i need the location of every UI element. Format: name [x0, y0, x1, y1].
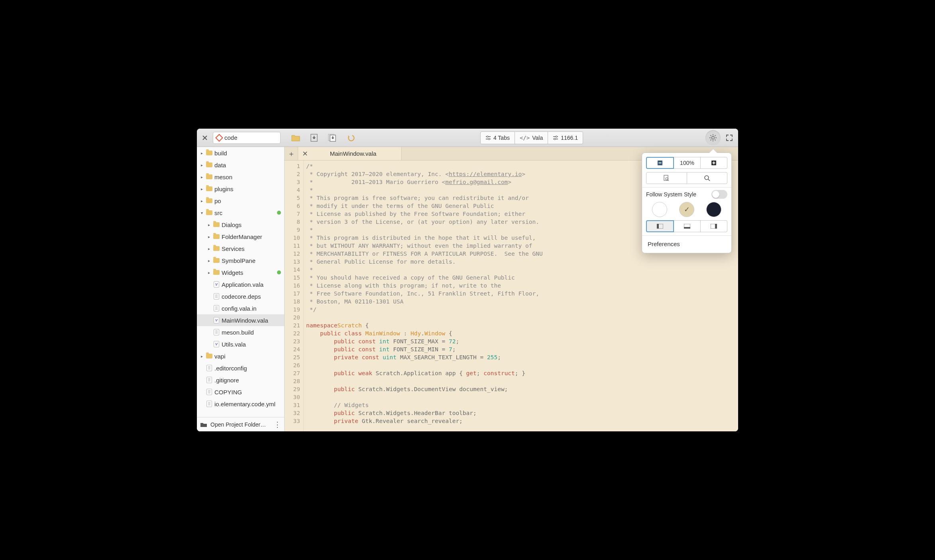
file-tree[interactable]: ▸.github▸build▸data▸meson▸plugins▸po▾src… — [197, 147, 284, 417]
find-page-icon — [663, 175, 670, 181]
search-button[interactable] — [687, 172, 728, 184]
tree-item[interactable]: ▾src — [197, 207, 284, 219]
tree-item-label: vapi — [214, 353, 226, 360]
tree-item[interactable]: ▸build — [197, 147, 284, 159]
zoom-controls: 100% — [646, 157, 727, 169]
save-all-button[interactable] — [325, 131, 340, 144]
layout-bottom-panel-button[interactable] — [674, 220, 701, 232]
tree-item-label: io.elementary.code.yml — [214, 401, 275, 407]
zoom-in-button[interactable] — [701, 157, 727, 169]
expand-arrow-icon[interactable]: ▸ — [199, 175, 204, 179]
text-file-icon — [206, 400, 213, 407]
tree-item[interactable]: VUtils.vala — [197, 338, 284, 350]
tab-title: MainWindow.vala — [311, 150, 395, 157]
zoom-out-button[interactable] — [646, 157, 674, 169]
project-title-field[interactable]: code — [213, 132, 281, 144]
tree-item-label: src — [214, 210, 222, 216]
window-close-button[interactable] — [200, 132, 210, 144]
tree-item[interactable]: codecore.deps — [197, 290, 284, 302]
language-indicator-button[interactable]: </> Vala — [515, 131, 548, 144]
folder-icon — [213, 233, 220, 240]
expand-arrow-icon[interactable]: ▸ — [206, 235, 211, 239]
tree-item-label: meson — [214, 174, 232, 180]
tree-item[interactable]: ▸Widgets — [197, 266, 284, 278]
headerbar: code 4 Tabs </> Vala — [197, 129, 738, 147]
tree-item[interactable]: COPYING — [197, 386, 284, 398]
folder-icon — [206, 209, 213, 216]
close-tab-button[interactable] — [303, 151, 307, 156]
new-tab-button[interactable]: ＋ — [285, 147, 298, 160]
expand-arrow-icon[interactable]: ▸ — [199, 163, 204, 167]
panel-right-icon — [711, 224, 717, 229]
follow-system-style-switch[interactable] — [711, 190, 727, 199]
tree-item[interactable]: config.vala.in — [197, 302, 284, 314]
open-folder-button[interactable] — [289, 131, 303, 144]
expand-arrow-icon[interactable]: ▸ — [199, 199, 204, 203]
theme-light-button[interactable] — [652, 202, 667, 217]
tree-item[interactable]: ▸vapi — [197, 350, 284, 362]
expand-arrow-icon[interactable]: ▸ — [199, 187, 204, 191]
preferences-menu-item[interactable]: Preferences — [646, 237, 727, 251]
fullscreen-button[interactable] — [724, 131, 735, 144]
revert-button[interactable] — [344, 131, 358, 144]
tree-item[interactable]: ▸data — [197, 159, 284, 171]
folder-icon — [213, 245, 220, 252]
layout-right-panel-button[interactable] — [701, 220, 727, 232]
follow-system-style-label: Follow System Style — [646, 191, 696, 198]
expand-arrow-icon[interactable]: ▸ — [206, 258, 211, 263]
expand-arrow-icon[interactable]: ▸ — [206, 270, 211, 275]
follow-system-style-row: Follow System Style — [646, 190, 727, 199]
position-indicator-button[interactable]: 1166.1 — [548, 131, 583, 144]
save-button[interactable] — [307, 131, 321, 144]
tree-item-label: MainWindow.vala — [222, 317, 268, 324]
tree-item-label: FolderManager — [222, 233, 262, 240]
tree-item[interactable]: VMainWindow.vala — [197, 314, 284, 326]
tree-item-label: COPYING — [214, 389, 242, 396]
open-project-folder-button[interactable]: Open Project Folder… — [210, 421, 271, 428]
sidebar-more-button[interactable]: ⋮ — [274, 420, 281, 429]
theme-dark-button[interactable] — [706, 202, 721, 217]
tree-item[interactable]: ▸po — [197, 195, 284, 207]
layout-left-panel-button[interactable] — [646, 220, 674, 232]
tree-item[interactable]: io.elementary.code.yml — [197, 398, 284, 410]
tabs-count-label: 4 Tabs — [493, 135, 510, 141]
tree-item[interactable]: ▸Dialogs — [197, 219, 284, 231]
search-controls — [646, 172, 727, 184]
folder-icon — [206, 185, 213, 192]
tabs-indicator-button[interactable]: 4 Tabs — [480, 131, 515, 144]
svg-point-6 — [554, 138, 556, 140]
expand-arrow-icon[interactable]: ▾ — [199, 211, 204, 215]
tree-item-label: Dialogs — [222, 221, 242, 228]
find-in-page-button[interactable] — [646, 172, 687, 184]
text-file-icon — [213, 305, 220, 312]
line-number-gutter: 1234567891011121314151617181920212223242… — [285, 161, 304, 431]
vala-file-icon: V — [213, 281, 220, 288]
settings-menu-button[interactable] — [705, 130, 721, 145]
expand-arrow-icon[interactable]: ▸ — [199, 354, 204, 358]
tree-item[interactable]: .gitignore — [197, 374, 284, 386]
document-tab[interactable]: MainWindow.vala — [298, 147, 402, 160]
tree-item-label: Application.vala — [222, 281, 263, 288]
tree-item[interactable]: VApplication.vala — [197, 278, 284, 290]
zoom-level-label[interactable]: 100% — [674, 157, 701, 169]
panel-layout-controls — [646, 220, 727, 232]
expand-arrow-icon[interactable]: ▸ — [199, 151, 204, 155]
tree-item-label: build — [214, 150, 227, 157]
tree-item[interactable]: meson.build — [197, 326, 284, 338]
search-icon — [704, 175, 710, 181]
tree-item[interactable]: .editorconfig — [197, 362, 284, 374]
tree-item[interactable]: ▸plugins — [197, 183, 284, 195]
tree-item[interactable]: ▸FolderManager — [197, 231, 284, 243]
svg-rect-17 — [657, 224, 659, 229]
theme-sepia-button[interactable]: ✓ — [679, 202, 694, 217]
vala-file-icon: V — [213, 317, 220, 324]
text-file-icon — [206, 376, 213, 384]
tree-item[interactable]: ▸Services — [197, 243, 284, 255]
expand-arrow-icon[interactable]: ▸ — [206, 223, 211, 227]
tree-item-label: codecore.deps — [222, 293, 261, 300]
expand-arrow-icon[interactable]: ▸ — [206, 247, 211, 251]
tree-item-label: Utils.vala — [222, 341, 246, 348]
tree-item[interactable]: ▸SymbolPane — [197, 255, 284, 266]
tree-item[interactable]: ▸meson — [197, 171, 284, 183]
sliders-icon — [485, 135, 491, 140]
